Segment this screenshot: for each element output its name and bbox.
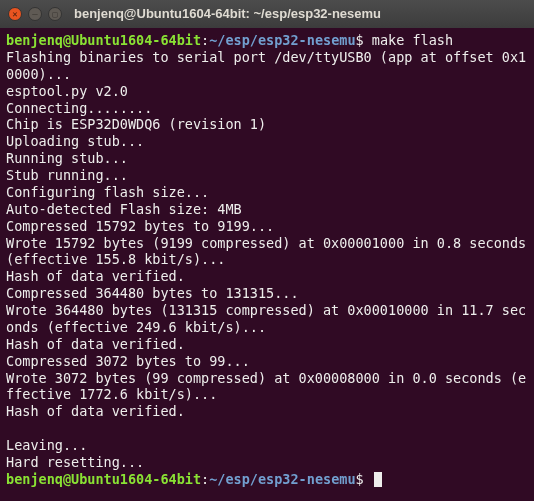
output-line: Flashing binaries to serial port /dev/tt… (6, 49, 526, 82)
output-line: Wrote 15792 bytes (9199 compressed) at 0… (6, 235, 534, 268)
prompt-user-host: benjenq@Ubuntu1604-64bit (6, 32, 201, 48)
prompt-dollar: $ (356, 471, 364, 487)
prompt-colon: : (201, 471, 209, 487)
maximize-icon[interactable]: ▢ (48, 7, 62, 21)
prompt-user-host: benjenq@Ubuntu1604-64bit (6, 471, 201, 487)
cursor-icon (374, 472, 382, 487)
output-line: Chip is ESP32D0WDQ6 (revision 1) (6, 116, 266, 132)
output-line: Stub running... (6, 167, 128, 183)
window-title: benjenq@Ubuntu1604-64bit: ~/esp/esp32-ne… (74, 6, 381, 22)
output-line: Wrote 364480 bytes (131315 compressed) a… (6, 302, 526, 335)
output-line: Compressed 3072 bytes to 99... (6, 353, 250, 369)
window-titlebar: ✕ – ▢ benjenq@Ubuntu1604-64bit: ~/esp/es… (0, 0, 534, 28)
output-line: Hash of data verified. (6, 268, 185, 284)
output-line: Uploading stub... (6, 133, 144, 149)
output-line: Hard resetting... (6, 454, 144, 470)
output-line: Configuring flash size... (6, 184, 209, 200)
output-line: Running stub... (6, 150, 128, 166)
close-icon[interactable]: ✕ (8, 7, 22, 21)
command-text: make flash (372, 32, 453, 48)
output-line: esptool.py v2.0 (6, 83, 128, 99)
output-line: Compressed 15792 bytes to 9199... (6, 218, 274, 234)
output-line: Auto-detected Flash size: 4MB (6, 201, 242, 217)
prompt-path: ~/esp/esp32-nesemu (209, 471, 355, 487)
output-line: Connecting........ (6, 100, 152, 116)
output-line: Leaving... (6, 437, 87, 453)
prompt-dollar: $ (356, 32, 364, 48)
terminal-output[interactable]: benjenq@Ubuntu1604-64bit:~/esp/esp32-nes… (0, 28, 534, 492)
minimize-icon[interactable]: – (28, 7, 42, 21)
output-line: Hash of data verified. (6, 336, 185, 352)
output-line: Hash of data verified. (6, 403, 185, 419)
output-line: Compressed 364480 bytes to 131315... (6, 285, 299, 301)
output-line: Wrote 3072 bytes (99 compressed) at 0x00… (6, 370, 526, 403)
prompt-colon: : (201, 32, 209, 48)
prompt-path: ~/esp/esp32-nesemu (209, 32, 355, 48)
